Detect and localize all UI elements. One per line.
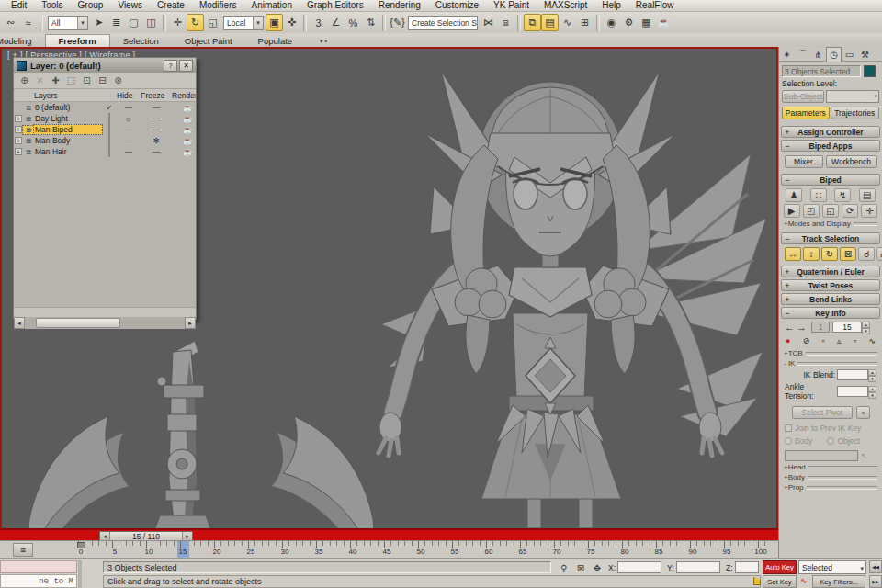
go-to-start-icon[interactable]: ◀◀ bbox=[869, 560, 882, 573]
edit-named-selection-sets-icon[interactable]: {✎} bbox=[389, 14, 406, 31]
render-toggle[interactable]: ☕ bbox=[172, 136, 196, 145]
body-radio[interactable] bbox=[785, 437, 792, 445]
biped-playback-icon[interactable]: ▶ bbox=[784, 204, 800, 218]
ik-object-field[interactable] bbox=[785, 450, 858, 461]
current-layer-checkbox[interactable] bbox=[102, 147, 117, 156]
named-selection-set-field[interactable]: Create Selection Se▾ bbox=[408, 16, 478, 30]
previous-key-icon[interactable]: ← bbox=[785, 322, 795, 333]
freeze-toggle[interactable]: ✻ bbox=[141, 136, 172, 145]
menu-tools[interactable]: Tools bbox=[34, 0, 70, 11]
freeze-toggle[interactable]: — bbox=[141, 147, 172, 156]
layer-dialog-titlebar[interactable]: Layer: 0 (default) ? ✕ bbox=[14, 58, 196, 73]
menu-customize[interactable]: Customize bbox=[428, 0, 486, 11]
current-layer-checkbox[interactable] bbox=[102, 136, 117, 145]
layer-manager-icon[interactable]: ⧉ bbox=[524, 14, 541, 31]
delete-layer-icon[interactable]: ✕ bbox=[32, 74, 48, 87]
ankle-tension-field[interactable] bbox=[837, 386, 868, 397]
scroll-left-icon[interactable]: ◂ bbox=[14, 317, 25, 329]
menu-edit[interactable]: Edit bbox=[4, 0, 34, 11]
figure-mode-icon[interactable]: ♟ bbox=[786, 188, 802, 202]
key-number-field[interactable]: 1 bbox=[811, 322, 830, 333]
merge-layer-icon[interactable]: ⊟ bbox=[95, 74, 110, 87]
expand-icon[interactable]: + bbox=[15, 148, 22, 155]
align-icon[interactable]: ⧈ bbox=[497, 14, 514, 31]
freeze-toggle[interactable]: — bbox=[141, 103, 172, 112]
ribbon-tab-modeling[interactable]: Modeling bbox=[0, 35, 45, 47]
previous-frame-icon[interactable]: ◂ bbox=[100, 532, 110, 540]
render-toggle[interactable]: ☕ bbox=[172, 147, 196, 156]
hide-toggle[interactable]: ☼ bbox=[117, 114, 141, 123]
modes-display-divider[interactable]: +Modes and Display bbox=[782, 219, 879, 229]
column-header-layers[interactable]: Layers bbox=[34, 91, 102, 100]
layer-name[interactable]: Man Biped bbox=[34, 125, 102, 134]
time-slider-track[interactable]: ◂ 15 / 110 ▸ bbox=[0, 528, 778, 540]
render-toggle[interactable]: ☕ bbox=[172, 125, 196, 134]
bind-to-space-warp-icon[interactable]: ≈ bbox=[19, 14, 37, 31]
motion-flow-mode-icon[interactable]: ↯ bbox=[834, 188, 851, 202]
expand-icon[interactable]: + bbox=[15, 137, 22, 144]
next-frame-icon[interactable]: ▸ bbox=[182, 532, 192, 540]
chevron-down-icon[interactable]: ▾ bbox=[77, 17, 87, 29]
current-layer-checkbox[interactable] bbox=[102, 114, 117, 123]
freeze-toggle[interactable]: — bbox=[141, 114, 172, 123]
close-button[interactable]: ✕ bbox=[179, 60, 193, 72]
ribbon-tab-object-paint[interactable]: Object Paint bbox=[172, 35, 245, 47]
modify-tab[interactable]: ⌒ bbox=[795, 47, 810, 62]
parameters-button[interactable]: Parameters bbox=[782, 107, 830, 119]
select-and-rotate-icon[interactable]: ↻ bbox=[187, 14, 204, 31]
pivot-toggle-button[interactable]: ▫ bbox=[856, 406, 870, 419]
chevron-down-icon[interactable]: ▾ bbox=[253, 17, 263, 29]
menu-yk-paint[interactable]: YK Paint bbox=[486, 0, 537, 11]
layer-name[interactable]: 0 (default) bbox=[34, 103, 102, 112]
column-header-hide[interactable]: Hide bbox=[117, 91, 141, 100]
auto-key-button[interactable]: Auto Key bbox=[763, 560, 797, 574]
set-key-button[interactable]: Set Key bbox=[763, 575, 797, 588]
column-header-freeze[interactable]: Freeze bbox=[141, 91, 172, 100]
render-toggle[interactable]: ☕ bbox=[172, 103, 196, 112]
render-toggle[interactable]: ☕ bbox=[172, 114, 196, 123]
timeline-ruler[interactable]: 0510152025303540455055606570758085909510… bbox=[72, 541, 778, 559]
workbench-button[interactable]: Workbench bbox=[826, 155, 877, 168]
selection-lock-icon[interactable]: ⊠ bbox=[573, 561, 588, 574]
layer-row-man-biped[interactable]: +≣Man Biped——☕ bbox=[14, 124, 196, 135]
key-time-spinner[interactable]: ▲▼ bbox=[862, 322, 870, 333]
listener-splitter[interactable] bbox=[78, 560, 82, 588]
layer-name[interactable]: Man Hair bbox=[34, 147, 102, 156]
set-current-layer-icon[interactable]: ⊡ bbox=[79, 74, 95, 87]
new-layer-icon[interactable]: ⊕ bbox=[17, 74, 32, 87]
menu-group[interactable]: Group bbox=[71, 0, 111, 11]
hide-toggle[interactable]: — bbox=[117, 147, 141, 156]
freeze-toggle[interactable]: — bbox=[141, 125, 172, 134]
ribbon-toggle-icon[interactable]: ▤ bbox=[541, 14, 559, 31]
ribbon-tab-selection[interactable]: Selection bbox=[110, 35, 172, 47]
object-radio[interactable] bbox=[827, 437, 834, 445]
layer-row-0-default[interactable]: ≣0 (default)✓——☕ bbox=[14, 102, 196, 113]
object-name-field[interactable]: 3 Objects Selected bbox=[782, 65, 861, 77]
snaps-toggle-icon[interactable]: 3 bbox=[310, 14, 327, 31]
trajectories-button[interactable]: Trajectories bbox=[831, 107, 879, 119]
menu-graph-editors[interactable]: Graph Editors bbox=[300, 0, 371, 11]
lock-com-keying-icon[interactable]: ⊠ bbox=[840, 247, 856, 261]
menu-create[interactable]: Create bbox=[150, 0, 192, 11]
tcb-divider[interactable]: +TCB bbox=[782, 348, 879, 358]
layer-row-day-light[interactable]: +≣Day Light☼—☕ bbox=[14, 113, 196, 124]
use-pivot-point-icon[interactable]: ▣ bbox=[266, 14, 283, 31]
z-coord-field[interactable] bbox=[735, 561, 759, 573]
column-header-render[interactable]: Render bbox=[172, 91, 196, 100]
mixer-button[interactable]: Mixer bbox=[785, 155, 823, 168]
select-pivot-button[interactable]: Select Pivot bbox=[792, 406, 853, 419]
schematic-view-icon[interactable]: ⊞ bbox=[576, 14, 594, 31]
layer-name[interactable]: Man Body bbox=[34, 136, 102, 145]
symmetrical-tracks-icon[interactable]: ☌ bbox=[858, 247, 875, 261]
key-selection-dropdown[interactable]: Selected bbox=[798, 560, 866, 574]
y-coord-field[interactable] bbox=[676, 561, 720, 573]
selection-filter-dropdown[interactable]: All▾ bbox=[48, 16, 88, 30]
menu-rendering[interactable]: Rendering bbox=[371, 0, 428, 11]
pick-object-icon[interactable]: ↖ bbox=[861, 451, 868, 460]
coordinate-system-dropdown[interactable]: Local▾ bbox=[223, 16, 264, 30]
select-object-icon[interactable]: ➤ bbox=[90, 14, 107, 31]
motion-tab[interactable]: ◷ bbox=[826, 47, 842, 62]
layer-properties-icon[interactable]: ⊛ bbox=[110, 74, 126, 87]
x-coord-field[interactable] bbox=[617, 561, 662, 573]
convert-icon[interactable]: ⟳ bbox=[842, 204, 858, 218]
